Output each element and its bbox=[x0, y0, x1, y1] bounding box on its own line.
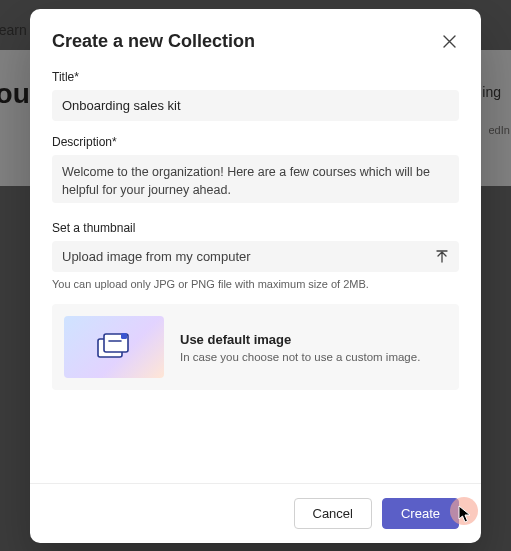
create-collection-modal: Create a new Collection Title* Descripti… bbox=[30, 9, 481, 543]
default-text: Use default image In case you choose not… bbox=[180, 332, 420, 363]
close-icon bbox=[443, 35, 456, 48]
thumbnail-label: Set a thumbnail bbox=[52, 221, 459, 235]
description-label: Description* bbox=[52, 135, 459, 149]
modal-header: Create a new Collection bbox=[52, 31, 459, 52]
default-title: Use default image bbox=[180, 332, 420, 347]
upload-icon bbox=[435, 250, 449, 264]
default-image-card[interactable]: Use default image In case you choose not… bbox=[52, 304, 459, 390]
upload-hint: You can upload only JPG or PNG file with… bbox=[52, 278, 459, 290]
title-label: Title* bbox=[52, 70, 459, 84]
title-input[interactable] bbox=[52, 90, 459, 121]
collection-icon bbox=[97, 333, 131, 361]
close-button[interactable] bbox=[439, 32, 459, 52]
upload-label: Upload image from my computer bbox=[62, 249, 251, 264]
modal-title: Create a new Collection bbox=[52, 31, 255, 52]
svg-rect-4 bbox=[121, 333, 127, 339]
modal-body: Create a new Collection Title* Descripti… bbox=[30, 9, 481, 483]
modal-footer: Cancel Create bbox=[30, 483, 481, 543]
default-desc: In case you choose not to use a custom i… bbox=[180, 351, 420, 363]
cancel-button[interactable]: Cancel bbox=[294, 498, 372, 529]
description-input[interactable]: Welcome to the organization! Here are a … bbox=[52, 155, 459, 203]
default-thumbnail bbox=[64, 316, 164, 378]
create-button[interactable]: Create bbox=[382, 498, 459, 529]
upload-button[interactable]: Upload image from my computer bbox=[52, 241, 459, 272]
